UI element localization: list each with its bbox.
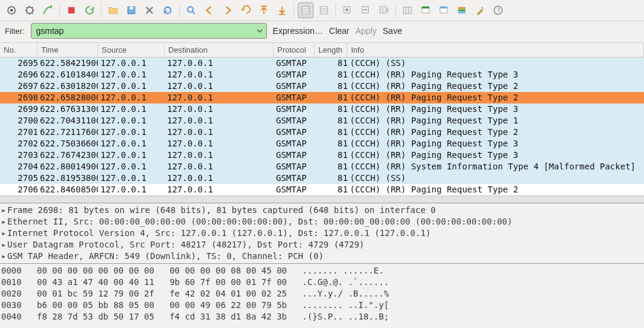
col-no[interactable]: No.	[0, 43, 38, 57]
colorize-icon[interactable]	[298, 2, 314, 18]
packet-row[interactable]: 2705622.81953800127.0.0.1127.0.0.1GSMTAP…	[0, 172, 644, 184]
svg-rect-20	[458, 11, 465, 13]
detail-line[interactable]: ▸User Datagram Protocol, Src Port: 48217…	[0, 239, 644, 251]
open-file-icon[interactable]	[105, 2, 121, 18]
cell-protocol: GSMTAP	[274, 126, 315, 138]
go-first-icon[interactable]	[256, 2, 272, 18]
find-icon[interactable]	[183, 2, 199, 18]
expand-icon[interactable]: ▸	[1, 205, 7, 216]
col-time[interactable]: Time	[38, 43, 98, 57]
cell-info: (CCCH) (RR) Paging Request Type 3	[347, 103, 638, 115]
preferences-icon[interactable]	[472, 2, 488, 18]
interfaces-icon[interactable]	[4, 2, 19, 18]
detail-line[interactable]: ▸Internet Protocol Version 4, Src: 127.0…	[0, 228, 644, 239]
hex-line[interactable]: 0010 00 43 a1 47 40 00 40 11 9b 60 7f 00…	[1, 277, 643, 288]
expression-button[interactable]: Expression…	[273, 26, 323, 36]
options-icon[interactable]	[22, 2, 38, 18]
packet-row[interactable]: 2700622.70431100127.0.0.1127.0.0.1GSMTAP…	[0, 115, 644, 126]
zoom-out-icon[interactable]	[358, 2, 373, 18]
hex-line[interactable]: 0030 b6 00 00 05 bb 88 05 00 00 00 49 06…	[1, 300, 643, 311]
cell-source: 127.0.0.1	[98, 103, 165, 115]
apply-button[interactable]: Apply	[355, 26, 376, 36]
cell-time: 622.72117600	[38, 126, 98, 138]
packet-row[interactable]: 2698622.65828000127.0.0.1127.0.0.1GSMTAP…	[0, 92, 644, 103]
cell-protocol: GSMTAP	[274, 138, 315, 149]
cell-time: 622.81953800	[38, 172, 98, 184]
zoom-reset-icon[interactable]: 1:1	[376, 2, 392, 18]
cell-protocol: GSMTAP	[274, 115, 315, 126]
col-destination[interactable]: Destination	[165, 43, 274, 57]
packet-row[interactable]: 2702622.75036600127.0.0.1127.0.0.1GSMTAP…	[0, 138, 644, 149]
packet-row[interactable]: 2696622.61018400127.0.0.1127.0.0.1GSMTAP…	[0, 69, 644, 80]
packet-row[interactable]: 2704622.80014900127.0.0.1127.0.0.1GSMTAP…	[0, 161, 644, 172]
stop-capture-icon[interactable]	[64, 2, 79, 18]
packet-row[interactable]: 2695622.58421900127.0.0.1127.0.0.1GSMTAP…	[0, 57, 644, 69]
packet-row[interactable]: 2699622.67631300127.0.0.1127.0.0.1GSMTAP…	[0, 103, 644, 115]
detail-line[interactable]: ▸Ethernet II, Src: 00:00:00_00:00:00 (00…	[0, 216, 644, 228]
col-length[interactable]: Length	[315, 43, 347, 57]
packet-row[interactable]: 2703622.76742300127.0.0.1127.0.0.1GSMTAP…	[0, 149, 644, 161]
save-file-icon[interactable]	[123, 2, 139, 18]
capture-filters-icon[interactable]	[418, 2, 433, 18]
packet-row[interactable]: 2697622.63018200127.0.0.1127.0.0.1GSMTAP…	[0, 80, 644, 92]
packet-list[interactable]: 2695622.58421900127.0.0.1127.0.0.1GSMTAP…	[0, 57, 644, 195]
expand-icon[interactable]: ▸	[1, 228, 7, 239]
cell-no: 2702	[0, 138, 38, 149]
clear-button[interactable]: Clear	[329, 26, 349, 36]
cell-time: 622.76742300	[38, 149, 98, 161]
filter-input[interactable]	[31, 24, 253, 38]
svg-point-1	[10, 9, 13, 12]
reload-icon[interactable]	[160, 2, 176, 18]
go-last-icon[interactable]	[274, 2, 290, 18]
save-button[interactable]: Save	[383, 26, 402, 36]
cell-destination: 127.0.0.1	[165, 126, 274, 138]
cell-protocol: GSMTAP	[274, 184, 315, 195]
packet-list-header: No. Time Source Destination Protocol Len…	[0, 43, 644, 57]
zoom-in-icon[interactable]	[340, 2, 355, 18]
col-protocol[interactable]: Protocol	[274, 43, 315, 57]
hex-line[interactable]: 0040 f8 28 7d 53 db 50 17 05 f4 cd 31 38…	[1, 311, 643, 323]
display-filters-icon[interactable]	[436, 2, 452, 18]
cell-info: (CCCH) (RR) Paging Request Type 2	[347, 126, 638, 138]
col-source[interactable]: Source	[98, 43, 165, 57]
packet-row[interactable]: 2701622.72117600127.0.0.1127.0.0.1GSMTAP…	[0, 126, 644, 138]
col-info[interactable]: Info	[347, 43, 644, 57]
filter-dropdown-icon[interactable]	[253, 24, 266, 38]
cell-no: 2704	[0, 161, 38, 172]
svg-rect-19	[458, 10, 465, 11]
cell-destination: 127.0.0.1	[165, 184, 274, 195]
resize-columns-icon[interactable]	[399, 2, 415, 18]
restart-capture-icon[interactable]	[82, 2, 97, 18]
detail-text: Internet Protocol Version 4, Src: 127.0.…	[7, 228, 431, 239]
hex-line[interactable]: 0020 00 01 bc 59 12 79 00 2f fe 42 02 04…	[1, 288, 643, 300]
svg-text:1:1: 1:1	[381, 8, 389, 13]
close-icon[interactable]	[142, 2, 157, 18]
detail-line[interactable]: ▸Frame 2698: 81 bytes on wire (648 bits)…	[0, 205, 644, 216]
expand-icon[interactable]: ▸	[1, 239, 7, 251]
go-forward-icon[interactable]	[220, 2, 235, 18]
go-back-icon[interactable]	[202, 2, 217, 18]
cell-time: 622.75036600	[38, 138, 98, 149]
detail-line[interactable]: ▸GSM TAP Header, ARFCN: 549 (Downlink), …	[0, 251, 644, 262]
cell-protocol: GSMTAP	[274, 103, 315, 115]
cell-length: 81	[315, 161, 347, 172]
cell-protocol: GSMTAP	[274, 161, 315, 172]
jump-back-icon[interactable]	[238, 2, 254, 18]
packet-list-scrollbar[interactable]	[0, 195, 644, 203]
auto-scroll-icon[interactable]	[316, 2, 332, 18]
expand-icon[interactable]: ▸	[1, 216, 7, 228]
cell-no: 2695	[0, 57, 38, 69]
filter-label: Filter:	[5, 27, 25, 36]
packet-row[interactable]: 2706622.84608500127.0.0.1127.0.0.1GSMTAP…	[0, 184, 644, 195]
svg-text:?: ?	[497, 7, 501, 14]
hex-line[interactable]: 0000 00 00 00 00 00 00 00 00 00 00 00 00…	[1, 265, 643, 277]
cell-source: 127.0.0.1	[98, 115, 165, 126]
packet-details[interactable]: ▸Frame 2698: 81 bytes on wire (648 bits)…	[0, 203, 644, 263]
help-icon[interactable]: ?	[490, 2, 506, 18]
cell-length: 81	[315, 115, 347, 126]
hex-dump[interactable]: 0000 00 00 00 00 00 00 00 00 00 00 00 00…	[0, 263, 644, 324]
detail-text: Ethernet II, Src: 00:00:00_00:00:00 (00:…	[7, 216, 512, 228]
start-capture-icon[interactable]	[40, 2, 56, 18]
coloring-rules-icon[interactable]	[454, 2, 470, 18]
expand-icon[interactable]: ▸	[1, 251, 7, 262]
